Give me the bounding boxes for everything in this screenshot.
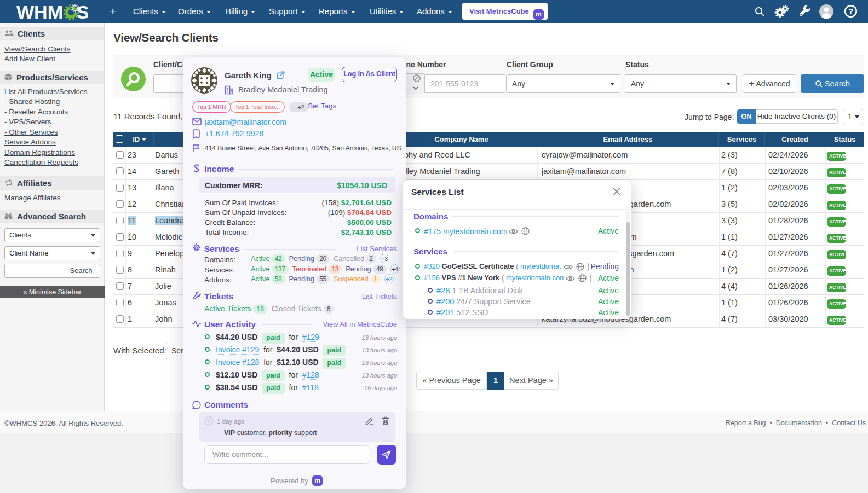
svg-text:S: S [77, 3, 88, 21]
svg-text:WHM: WHM [16, 3, 63, 21]
svg-text:?: ? [848, 7, 853, 16]
